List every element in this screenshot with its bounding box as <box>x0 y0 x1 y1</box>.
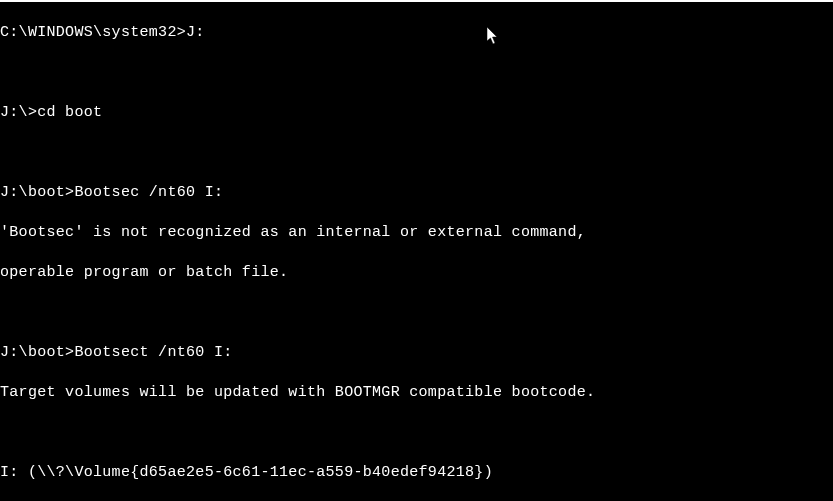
window-title-bar <box>0 0 833 2</box>
terminal-line <box>0 423 833 443</box>
terminal-line: J:\boot>Bootsect /nt60 I: <box>0 343 833 363</box>
terminal-line: I: (\\?\Volume{d65ae2e5-6c61-11ec-a559-b… <box>0 463 833 483</box>
terminal-line <box>0 63 833 83</box>
terminal-output[interactable]: C:\WINDOWS\system32>J: J:\>cd boot J:\bo… <box>0 3 833 501</box>
terminal-line <box>0 303 833 323</box>
terminal-line: 'Bootsec' is not recognized as an intern… <box>0 223 833 243</box>
terminal-line: Target volumes will be updated with BOOT… <box>0 383 833 403</box>
terminal-line <box>0 143 833 163</box>
terminal-line: C:\WINDOWS\system32>J: <box>0 23 833 43</box>
terminal-line: operable program or batch file. <box>0 263 833 283</box>
terminal-line: J:\>cd boot <box>0 103 833 123</box>
mouse-cursor-icon <box>487 27 499 45</box>
terminal-line: J:\boot>Bootsec /nt60 I: <box>0 183 833 203</box>
